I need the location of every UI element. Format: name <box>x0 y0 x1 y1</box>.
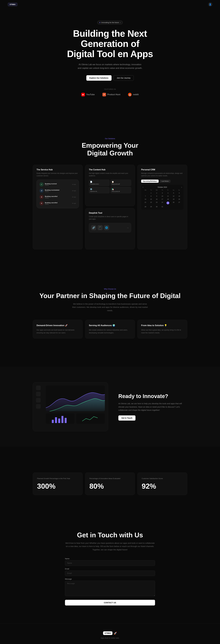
stat-satisfaction-label: Customer Satisfaction Score <box>142 477 183 480</box>
tab-upcoming-birthdays[interactable]: Upcoming Birthdays <box>141 180 159 183</box>
tab-last-notes[interactable]: Last Notes <box>160 180 171 183</box>
footer-logo-icon: 🚀 <box>114 632 117 635</box>
why-card-1-title: Demand-Driven Innovation 🚀 <box>36 324 79 327</box>
contact-submit-button[interactable]: CONTACT US <box>65 600 155 606</box>
why-label: Why Choose Us <box>33 288 187 290</box>
explore-solutions-button[interactable]: Explore Our Solutions <box>86 75 112 81</box>
stat-growth-value: 300% <box>37 482 78 490</box>
notif-cancelled-1: ✕ Booking cancelled Otimia 3m ago <box>38 194 77 200</box>
footer-tagline: Apps Built for better web. <box>13 637 207 639</box>
contact-description: We'd love to hear from you! Whether you … <box>65 542 155 551</box>
notif-rescheduled: ↺ Booking rescheduled Otimia 2m ago <box>38 188 77 194</box>
notif-green-icon: ✓ <box>39 182 44 186</box>
deeplink-mockup: 🔗 📱 🌐 → <box>89 223 131 232</box>
dashboard-main <box>46 386 105 424</box>
hero-badge: Innovating for the future › <box>97 20 123 24</box>
calendar-day-headers: MoTuWeThFrSaSu <box>143 190 182 191</box>
footer-logo: OTIMIA <box>103 631 112 635</box>
dash-nav-item-1 <box>36 386 41 390</box>
doc-row-1: 📄 Templates.docx 📋 Blog posts.pdf <box>89 180 131 186</box>
svg-rect-2 <box>58 418 60 423</box>
email-label: Email <box>65 568 155 570</box>
dashboard-chart <box>46 386 105 411</box>
solutions-title: Empowering YourDigital Growth <box>33 142 187 157</box>
svg-rect-4 <box>65 418 67 423</box>
svg-rect-0 <box>52 420 54 423</box>
doc-templates: 📄 Templates.docx <box>89 180 109 186</box>
svg-rect-1 <box>55 417 57 423</box>
deeplink-title: Deeplink Tool <box>89 212 131 214</box>
deeplink-arrow: → <box>126 226 129 229</box>
why-card-solution: From Idea to Solution 💡 When we find a g… <box>137 320 187 338</box>
why-card-audiences: Serving All Audiences 🌍 We create soluti… <box>85 320 135 338</box>
dashboard-stats-row <box>46 413 105 424</box>
badge-dot <box>99 22 100 23</box>
why-card-3-desc: When we find a great idea, we quickly br… <box>141 328 184 334</box>
nav-logo[interactable]: OTIMIA <box>8 2 17 6</box>
calendar-grid: ‹ October 2024 › MoTuWeThFrSaSu 1 2 3 4 … <box>141 185 184 210</box>
notif-cancelled-2: ✕ Booking cancelled Otimia 4m ago <box>38 200 77 206</box>
stat-card-growth: Planned Growth Percentage in the First Y… <box>33 472 83 495</box>
user-icon[interactable]: 👤 <box>208 2 212 6</box>
badge-text: Innovating for the future <box>101 22 119 24</box>
featured-label: FEATURED IN <box>60 88 160 90</box>
crm-title: Personal CRM <box>141 168 184 171</box>
service-hub-desc: Easily integrate your services into desi… <box>36 172 79 177</box>
stat-growth-label: Planned Growth Percentage in the First Y… <box>37 477 78 480</box>
calendar-prev[interactable]: ‹ <box>143 186 143 188</box>
why-section: Why Choose Us Your Partner in Shaping th… <box>0 275 220 352</box>
dash-nav-item-3 <box>36 398 41 402</box>
hero-title: Building the Next Generation of Digital … <box>60 28 160 59</box>
message-input[interactable] <box>65 581 155 596</box>
calendar-tabs: Upcoming Birthdays Last Notes <box>141 180 184 183</box>
dash-nav-item-4 <box>36 404 41 409</box>
crm-card: Personal CRM Manage contacts to personal… <box>137 165 187 249</box>
email-input[interactable] <box>65 570 155 576</box>
youtube-icon: ▶ <box>81 93 85 96</box>
contact-section: Get in Touch with Us We'd love to hear f… <box>0 521 220 616</box>
deeplink-card: Deeplink Tool Create quick deeplinks to … <box>85 208 135 249</box>
featured-logos: ▶ YouTube P Product Hunt 🤖 reddit <box>60 93 160 96</box>
calendar-next[interactable]: › <box>181 186 182 188</box>
doc-blogposts: 📋 Blog posts.pdf <box>111 180 131 186</box>
app-icon-web: 🌐 <box>104 225 109 230</box>
phone-mockup: ✓ Booking received Otimia 1m ago ↺ Booki… <box>36 180 79 208</box>
join-journey-button[interactable]: Join Our Journey <box>114 75 134 81</box>
name-input[interactable] <box>65 560 155 566</box>
innovate-wrapper: Ready to Innovate? At Otimia Lab, we are… <box>0 367 220 447</box>
dashboard-mockup <box>33 382 108 431</box>
service-hub-card: The Service Hub Easily integrate your se… <box>33 165 83 249</box>
content-hub-title: The Content Hub <box>89 168 131 171</box>
stat-ideas-value: 80% <box>89 482 131 490</box>
calendar-month: October 2024 <box>158 186 167 188</box>
calendar-days: 1 2 3 4 5 6 7 8 9 10 11 12 13 14 <box>143 192 182 208</box>
why-card-innovation: Demand-Driven Innovation 🚀 Our apps and … <box>33 320 83 338</box>
today-marker: 25 <box>167 202 169 204</box>
svg-rect-3 <box>61 416 63 423</box>
message-field-group: Message <box>65 578 155 597</box>
name-label: Name <box>65 558 155 560</box>
stat-satisfaction-value: 92% <box>142 482 183 490</box>
name-field-group: Name <box>65 558 155 566</box>
content-column: The Content Hub Get high-digital content… <box>85 165 135 249</box>
stats-section: Planned Growth Percentage in the First Y… <box>0 462 220 505</box>
why-description: We believe in the power of technology to… <box>71 302 149 312</box>
innovate-content: Ready to Innovate? At Otimia Lab, we are… <box>118 393 187 420</box>
get-in-touch-button[interactable]: Get in Touch <box>118 416 136 420</box>
email-field-group: Email <box>65 568 155 576</box>
notif-red-icon-1: ✕ <box>39 195 44 199</box>
footer-logo-group: OTIMIA 🚀 <box>13 631 207 635</box>
hero-section: Innovating for the future › Building the… <box>52 0 168 112</box>
solutions-grid: The Service Hub Easily integrate your se… <box>33 165 187 249</box>
crm-desc: Manage contacts to personalize all relat… <box>141 172 184 177</box>
solutions-label: Our Solutions <box>33 138 187 140</box>
dashboard-nav <box>36 386 44 424</box>
app-icon-mobile: 📱 <box>98 225 103 230</box>
innovate-description: At Otimia Lab, we are here to help you d… <box>118 402 187 412</box>
innovate-title: Ready to Innovate? <box>118 393 187 399</box>
why-card-2-desc: We create solutions for various industri… <box>89 328 131 334</box>
navigation: OTIMIA 👤 <box>0 0 220 9</box>
solutions-section: Our Solutions Empowering YourDigital Gro… <box>0 127 220 260</box>
hero-description: At Otimia Lab we focus on markets where … <box>77 63 143 70</box>
why-title: Your Partner in Shaping the Future of Di… <box>33 292 187 300</box>
